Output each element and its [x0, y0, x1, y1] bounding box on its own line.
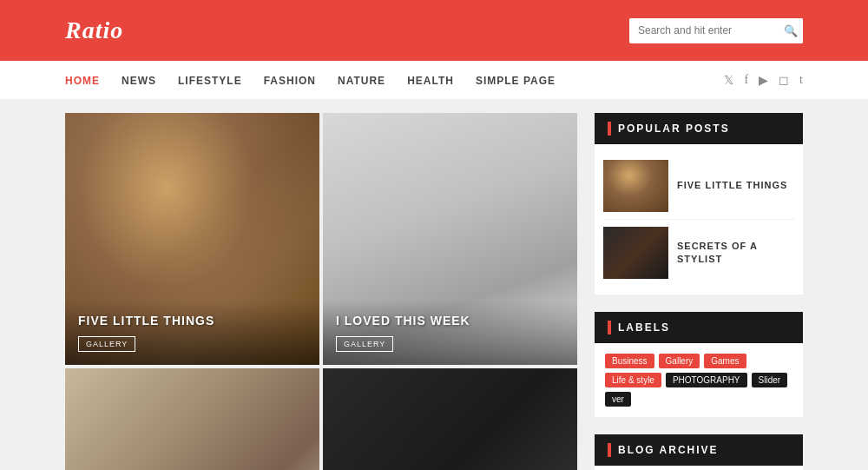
post-badge-1: GALLERY [78, 336, 135, 352]
sidebar: POPULAR POSTS FIVE LITTLE THINGS SECRETS… [595, 113, 803, 470]
post-title-2: I LOVED THIS WEEK [336, 314, 564, 328]
post-card-1[interactable]: FIVE LITTLE THINGS GALLERY [65, 113, 319, 365]
labels-label: LABELS [618, 321, 670, 334]
instagram-icon[interactable]: ◻ [779, 73, 789, 88]
post-card-2[interactable]: I LOVED THIS WEEK GALLERY [323, 113, 577, 365]
archive-section: BLOG ARCHIVE Blog Archive [595, 434, 803, 470]
twitter-icon[interactable]: 𝕏 [724, 73, 733, 88]
nav-health[interactable]: HEALTH [407, 75, 454, 87]
archive-label: BLOG ARCHIVE [618, 444, 719, 456]
post-card-4[interactable] [323, 368, 577, 470]
popular-thumb-1 [603, 160, 668, 212]
post-overlay-2: I LOVED THIS WEEK GALLERY [323, 301, 577, 365]
nav-bar: HOME NEWS LIFESTYLE FASHION NATURE HEALT… [0, 61, 868, 100]
nav-news[interactable]: NEWS [122, 75, 156, 87]
search-button[interactable]: 🔍 [777, 18, 803, 43]
popular-post-2[interactable]: SECRETS OF A STYLIST [603, 220, 794, 286]
post-card-3[interactable]: FOUR PLACES TO EAT [65, 368, 319, 470]
popular-posts-header: POPULAR POSTS [595, 113, 803, 144]
tag-games[interactable]: Games [704, 354, 746, 368]
popular-post-title-2: SECRETS OF A STYLIST [677, 240, 794, 267]
nav-social: 𝕏 f ▶ ◻ t [724, 73, 803, 88]
tag-ver[interactable]: ver [605, 392, 631, 407]
nav-links: HOME NEWS LIFESTYLE FASHION NATURE HEALT… [65, 72, 556, 88]
post-overlay-1: FIVE LITTLE THINGS GALLERY [65, 301, 319, 365]
search-input[interactable] [629, 18, 777, 43]
post-title-1: FIVE LITTLE THINGS [78, 314, 306, 328]
nav-nature[interactable]: NATURE [338, 75, 385, 87]
search-box[interactable]: 🔍 [629, 18, 803, 43]
tag-gallery[interactable]: Gallery [659, 354, 700, 368]
popular-post-1[interactable]: FIVE LITTLE THINGS [603, 153, 794, 220]
posts-grid: FIVE LITTLE THINGS GALLERY I LOVED THIS … [65, 113, 577, 470]
post-badge-2: GALLERY [336, 336, 393, 352]
youtube-icon[interactable]: ▶ [759, 73, 768, 88]
main-content: FIVE LITTLE THINGS GALLERY I LOVED THIS … [0, 100, 868, 470]
logo: Ratio [65, 17, 123, 44]
archive-body: Blog Archive [595, 466, 803, 470]
nav-home[interactable]: HOME [65, 75, 100, 87]
tumblr-icon[interactable]: t [799, 73, 803, 87]
tag-business[interactable]: Business [605, 354, 654, 368]
popular-posts-body: FIVE LITTLE THINGS SECRETS OF A STYLIST [595, 144, 803, 295]
red-bar-icon-2 [608, 321, 611, 334]
red-bar-icon [608, 122, 611, 136]
nav-simple-page[interactable]: SIMPLE PAGE [476, 75, 556, 87]
labels-section: LABELS Business Gallery Games Life & sty… [595, 312, 803, 417]
tag-slider[interactable]: Slider [752, 373, 788, 387]
popular-thumb-2 [603, 227, 668, 279]
header: Ratio 🔍 [0, 0, 868, 61]
red-bar-icon-3 [608, 443, 611, 457]
popular-posts-section: POPULAR POSTS FIVE LITTLE THINGS SECRETS… [595, 113, 803, 295]
labels-body: Business Gallery Games Life & style PHOT… [595, 343, 803, 417]
archive-header: BLOG ARCHIVE [595, 434, 803, 466]
nav-lifestyle[interactable]: LIFESTYLE [178, 75, 242, 87]
tag-photography[interactable]: PHOTOGRAPHY [666, 373, 747, 387]
popular-post-title-1: FIVE LITTLE THINGS [677, 179, 787, 192]
popular-posts-label: POPULAR POSTS [618, 122, 730, 135]
nav-fashion[interactable]: FASHION [264, 75, 316, 87]
tag-life-style[interactable]: Life & style [605, 373, 661, 387]
facebook-icon[interactable]: f [744, 73, 748, 87]
labels-header: LABELS [595, 312, 803, 343]
